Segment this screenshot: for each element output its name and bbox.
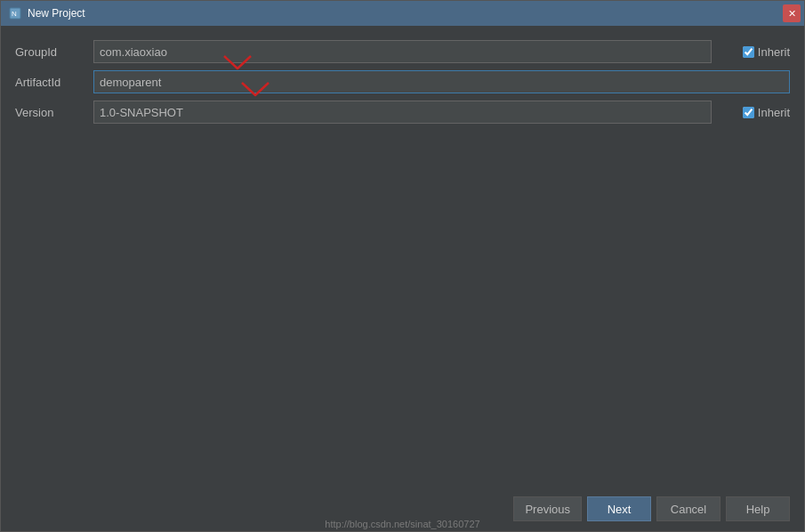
groupid-label: GroupId [15,45,86,59]
help-button[interactable]: Help [726,496,790,521]
cancel-button[interactable]: Cancel [656,496,720,521]
title-bar: N New Project ✕ [1,1,804,26]
window-icon: N [8,6,22,20]
window-title: New Project [28,7,797,20]
groupid-row: GroupId Inherit [15,40,790,63]
version-input[interactable] [93,101,712,124]
form-container: GroupId Inherit ArtifactId Version [15,40,790,124]
groupid-inherit-checkbox[interactable] [743,46,754,58]
bottom-bar: Previous Next Cancel Help http://blog.cs… [1,487,804,531]
artifactid-row: ArtifactId [15,70,790,93]
version-label: Version [15,106,86,119]
version-inherit-label: Inherit [758,106,790,119]
close-button[interactable]: ✕ [783,4,801,22]
groupid-input[interactable] [93,40,712,63]
next-button[interactable]: Next [587,496,651,521]
dialog-window: N New Project ✕ GroupId [0,0,805,532]
artifactid-label: ArtifactId [15,76,86,89]
form-area: GroupId Inherit ArtifactId Version [15,40,790,124]
window-content: GroupId Inherit ArtifactId Version [1,26,804,487]
content-spacer [15,124,790,487]
groupid-inherit-container: Inherit [719,45,790,59]
artifactid-input[interactable] [93,70,790,93]
version-inherit-container: Inherit [719,106,790,119]
version-inherit-checkbox[interactable] [743,107,754,118]
previous-button[interactable]: Previous [513,496,582,521]
watermark-text: http://blog.csdn.net/sinat_30160727 [325,519,479,529]
groupid-inherit-label: Inherit [758,45,790,59]
svg-text:N: N [12,10,17,18]
version-row: Version Inherit [15,101,790,124]
